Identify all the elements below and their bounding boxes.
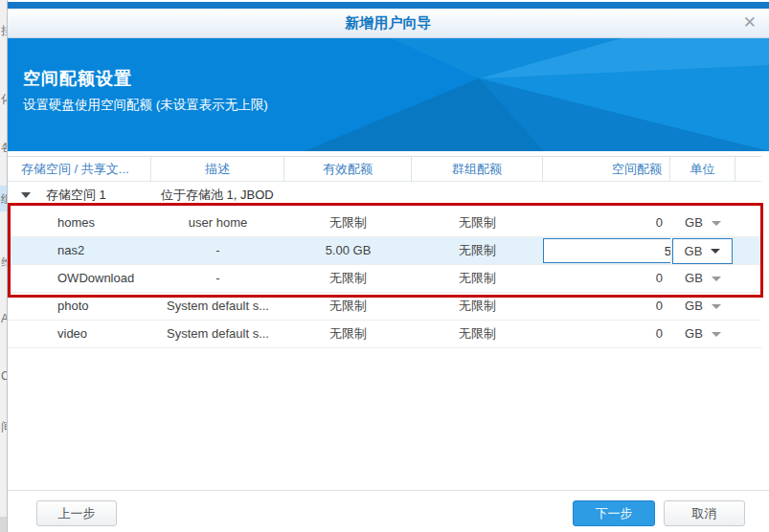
- cell-quota[interactable]: 0: [543, 321, 670, 347]
- table-row[interactable]: video System default s... 无限制 无限制 0 GB: [8, 321, 761, 348]
- edge-fragment: 维: [1, 255, 8, 271]
- edge-fragment: 间: [1, 419, 8, 435]
- wizard-step-subtitle: 设置硬盘使用空间配额 (未设置表示无上限): [23, 97, 268, 114]
- dropdown-arrow-icon: [712, 277, 721, 281]
- cell-description: System default s...: [151, 293, 284, 320]
- dropdown-arrow-icon: [712, 304, 721, 309]
- column-header-spacer: [735, 157, 761, 181]
- edge-fragment: 组: [1, 191, 8, 208]
- dialog-titlebar: 新增用户向导 ✕: [8, 9, 769, 38]
- dialog-top-accent-bar: [8, 2, 769, 9]
- add-user-wizard-dialog: 新增用户向导 ✕ 空间配额设置 设置硬盘使用空间配额 (未设置表示无上限) 存储…: [8, 0, 769, 532]
- cell-description: System default s...: [151, 321, 284, 347]
- unit-label: GB: [685, 238, 703, 265]
- unit-label: GB: [685, 210, 703, 236]
- cell-group-quota: 无限制: [412, 321, 543, 347]
- cell-group-quota: 无限制: [412, 237, 543, 264]
- cell-effective-quota: 无限制: [284, 321, 412, 347]
- column-header-storage-space[interactable]: 存储空间 / 共享文...: [8, 157, 151, 181]
- screen: 挂 化 各 组 维 A C 间 新增用户向导 ✕ 空间配额设置: [0, 0, 769, 532]
- edge-fragment: A: [1, 312, 8, 325]
- column-header-group-quota[interactable]: 群组配额: [412, 157, 543, 181]
- expand-arrow-icon[interactable]: [21, 192, 31, 198]
- cell-group-quota: 无限制: [412, 210, 543, 236]
- background-edge-strip: 挂 化 各 组 维 A C 间: [0, 0, 8, 532]
- dialog-title: 新增用户向导: [8, 9, 769, 37]
- edge-fragment: 挂: [1, 23, 8, 39]
- quota-table-header: 存储空间 / 共享文... 描述 有效配额 群组配额 空间配额 单位: [8, 156, 761, 182]
- unit-dropdown[interactable]: GB: [672, 238, 733, 264]
- cell-name: photo: [8, 293, 151, 320]
- close-icon[interactable]: ✕: [743, 13, 757, 33]
- column-header-description[interactable]: 描述: [151, 157, 284, 181]
- cell-description: user home: [151, 210, 284, 236]
- cell-effective-quota: 无限制: [284, 293, 412, 320]
- unit-label: GB: [685, 321, 703, 347]
- unit-dropdown[interactable]: GB: [670, 293, 735, 320]
- volume-name: 存储空间 1: [46, 182, 106, 208]
- cell-group-quota: 无限制: [412, 293, 543, 320]
- cell-effective-quota: 无限制: [284, 210, 412, 236]
- quota-input[interactable]: [543, 238, 670, 263]
- dialog-footer: 上一步 下一步 取消: [8, 490, 769, 532]
- cell-group-quota: 无限制: [412, 265, 543, 292]
- cell-quota[interactable]: 0: [543, 265, 670, 292]
- cell-description: -: [151, 237, 284, 264]
- edge-fragment: C: [1, 369, 8, 383]
- unit-label: GB: [685, 265, 703, 292]
- unit-label: GB: [685, 293, 703, 320]
- column-header-quota[interactable]: 空间配额: [543, 157, 670, 181]
- cell-effective-quota: 无限制: [284, 265, 412, 292]
- cell-quota: [543, 237, 670, 264]
- table-row[interactable]: homes user home 无限制 无限制 0 GB: [8, 210, 761, 237]
- cell-name: nas2: [8, 237, 151, 264]
- wizard-step-title: 空间配额设置: [23, 67, 268, 90]
- dropdown-arrow-icon: [712, 332, 721, 337]
- unit-dropdown[interactable]: GB: [670, 321, 735, 347]
- dropdown-arrow-icon: [711, 249, 720, 254]
- wizard-hero-banner: 空间配额设置 设置硬盘使用空间配额 (未设置表示无上限): [8, 38, 769, 151]
- back-button[interactable]: 上一步: [36, 500, 117, 526]
- volume-group-row[interactable]: 存储空间 1 位于存储池 1, JBOD: [8, 182, 761, 210]
- edge-fragment: 化: [1, 92, 8, 108]
- cell-name: video: [8, 321, 151, 347]
- table-row[interactable]: nas2 - 5.00 GB 无限制 GB: [8, 237, 761, 265]
- background-edge-footer: [0, 517, 8, 532]
- cell-description: -: [151, 265, 284, 292]
- next-button[interactable]: 下一步: [573, 500, 655, 526]
- cell-unit: GB: [670, 237, 735, 264]
- unit-dropdown[interactable]: GB: [670, 210, 735, 236]
- volume-description: 位于存储池 1, JBOD: [161, 182, 274, 208]
- column-header-unit[interactable]: 单位: [670, 157, 735, 181]
- unit-dropdown[interactable]: GB: [670, 265, 735, 292]
- column-header-effective-quota[interactable]: 有效配额: [284, 157, 412, 181]
- dropdown-arrow-icon: [712, 221, 721, 226]
- cell-effective-quota: 5.00 GB: [284, 237, 412, 264]
- table-row[interactable]: OWDownload - 无限制 无限制 0 GB: [8, 265, 761, 293]
- cell-name: OWDownload: [8, 265, 151, 292]
- cell-name: homes: [8, 210, 151, 236]
- table-row[interactable]: photo System default s... 无限制 无限制 0 GB: [8, 293, 761, 321]
- cell-quota[interactable]: 0: [543, 293, 670, 320]
- edge-fragment: 各: [1, 140, 8, 156]
- cancel-button[interactable]: 取消: [664, 500, 745, 526]
- cell-quota[interactable]: 0: [543, 210, 670, 236]
